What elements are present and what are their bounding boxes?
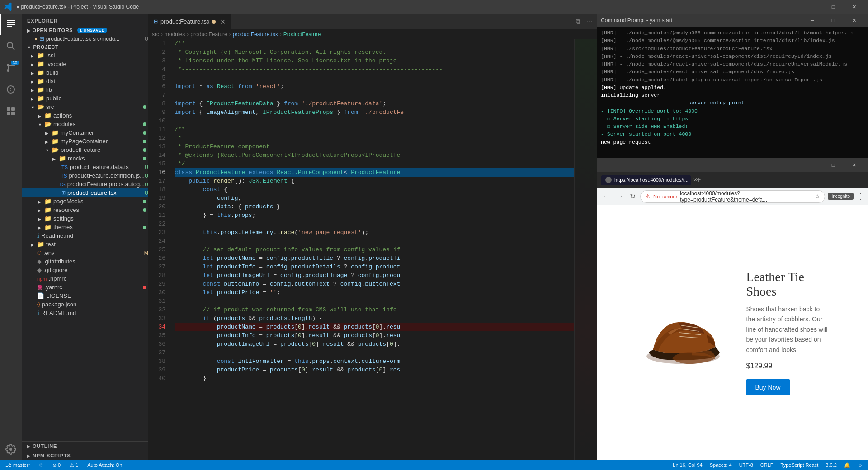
npm-scripts-header[interactable]: NPM SCRIPTS [22,451,148,460]
encoding-status[interactable]: UTF-8 [737,462,755,468]
file-gitattributes[interactable]: ◆ .gitattributes [22,257,148,266]
errors-status[interactable]: ⊗ 0 [51,462,62,468]
folder-mycontainer[interactable]: 📁 myContainer [22,128,148,137]
bell-status[interactable]: 🔔 [842,462,852,468]
folder-resources[interactable]: 📁 resources [22,206,148,214]
terminal-body[interactable]: [HMR] - ./node_modules/@msdyn365-commerc… [597,27,868,158]
file-props-badge: U [145,182,148,187]
maximize-button[interactable]: □ [823,0,844,14]
cursor-position-status[interactable]: Ln 16, Col 94 [671,462,704,468]
activity-search[interactable] [0,35,22,57]
browser-new-tab-button[interactable]: + [693,174,704,186]
file-yarnrc[interactable]: 🧶 .yarnrc [22,283,148,291]
folder-test[interactable]: 📁 test [22,240,148,249]
folder-lib[interactable]: 📁 lib [22,85,148,94]
browser-refresh-button[interactable]: ↻ [628,191,637,202]
folder-mypagecontainer[interactable]: 📁 myPageContainer [22,137,148,146]
breadcrumb-file[interactable]: productFeature.tsx [233,31,278,38]
folder-vscode[interactable]: 📁 .vscode [22,60,148,68]
browser-forward-button[interactable]: → [614,192,625,202]
file-productfeature-props[interactable]: TS productFeature.props.autog... U [22,180,148,188]
breadcrumb-productfeature-folder[interactable]: productFeature [190,31,227,38]
browser-menu-button[interactable]: ⋮ [856,192,864,202]
code-content[interactable]: /** * Copyright (c) Microsoft Corporatio… [171,39,574,460]
folder-build[interactable]: 📁 build [22,68,148,77]
browser-close-button[interactable]: ✕ [844,158,864,172]
folder-actions[interactable]: 📁 actions [22,111,148,120]
file-gitignore[interactable]: ◆ .gitignore [22,266,148,274]
editor-tab[interactable]: ⊞ productFeature.tsx ✕ [148,14,231,29]
file-readme-md[interactable]: ℹ Readme.md [22,231,148,240]
file-package-json[interactable]: {} package.json [22,300,148,309]
eol-status[interactable]: CRLF [759,462,775,468]
file-productfeature-definition[interactable]: TS productFeature.definition.js... U [22,171,148,180]
folder-src[interactable]: 📂 src [22,103,148,111]
bookmark-star-icon[interactable]: ☆ [815,193,820,200]
ts-version-status[interactable]: 3.6.2 [824,462,838,468]
tab-bar: ⊞ productFeature.tsx ✕ ⧉ ··· [148,14,597,29]
activity-explorer[interactable] [0,14,22,35]
auto-attach-status[interactable]: Auto Attach: On [85,462,124,468]
folder-settings[interactable]: 📁 settings [22,214,148,223]
folder-ssl[interactable]: 📁 .ssl [22,51,148,60]
spaces-status[interactable]: Spaces: 4 [708,462,734,468]
browser-tab-active[interactable]: https://localhost:4000/modules/t... ✕ [601,175,691,185]
folder-public[interactable]: 📁 public [22,94,148,103]
language-status[interactable]: TypeScript React [779,462,821,468]
folder-actions-icon: 📁 [44,112,52,119]
close-button[interactable]: ✕ [844,0,864,14]
file-package-json-label: package.json [42,301,77,308]
folder-modules[interactable]: 📂 modules [22,120,148,128]
activity-source-control[interactable]: 30 [0,57,22,79]
feedback-status[interactable]: ☺ [856,462,864,468]
src-modified-indicator [143,105,146,109]
sync-status[interactable]: ⟳ [38,462,45,468]
open-editor-file[interactable]: ● ⊞ productFeature.tsx src/modu... U [22,34,148,43]
terminal-minimize-button[interactable]: ─ [802,14,823,27]
file-license[interactable]: 📄 LICENSE [22,291,148,300]
address-bar-input[interactable]: ⚠ Not secure localhost:4000/modules?type… [640,190,825,203]
folder-productfeature[interactable]: 📂 productFeature [22,146,148,154]
outline-header[interactable]: OUTLINE [22,441,148,451]
code-line-28: let productImageUrl = config.productImag… [175,271,574,280]
breadcrumb-symbol[interactable]: ProductFeature [283,31,321,38]
file-readme-label: Readme.md [41,232,73,239]
buy-now-button[interactable]: Buy Now [746,379,790,395]
code-line-16: class ProductFeature extends React.PureC… [175,168,574,177]
minimize-button[interactable]: ─ [802,0,823,14]
terminal-line-1: [HMR] - ./node_modules/@msdyn365-commerc… [601,29,864,37]
browser-maximize-button[interactable]: □ [823,158,844,172]
file-productfeature-tsx[interactable]: ⊞ productFeature.tsx U [22,188,148,197]
folder-pagemocks[interactable]: 📁 pageMocks [22,197,148,206]
warnings-status[interactable]: ⚠ 1 [68,462,80,468]
project-header[interactable]: PROJECT [22,43,148,51]
browser-back-button[interactable]: ← [601,192,612,202]
file-readme-md2-label: README.md [41,310,76,316]
open-editors-header[interactable]: OPEN EDITORS 1 UNSAVED [22,26,148,34]
activity-extensions[interactable] [0,100,22,122]
folder-mocks[interactable]: 📁 mocks [22,154,148,163]
file-productfeature-data[interactable]: TS productFeature.data.ts U [22,163,148,171]
browser-minimize-button[interactable]: ─ [802,158,823,172]
activity-debug[interactable] [0,79,22,100]
terminal-maximize-button[interactable]: □ [823,14,844,27]
code-line-3: * Licensed under the MIT License. See Li… [175,56,574,65]
folder-themes[interactable]: 📁 themes [22,223,148,231]
file-env[interactable]: ⬡ .env M [22,249,148,257]
git-branch-status[interactable]: ⎇ master* [4,462,32,468]
open-editors-badge: 1 UNSAVED [77,28,107,33]
more-actions-button[interactable]: ··· [585,17,594,26]
terminal-line-3: [HMR] - ./src/modules/productFeature/pro… [601,45,864,52]
activity-settings[interactable] [0,438,22,460]
code-line-25: // set default product info values from … [175,245,574,254]
file-npmrc[interactable]: npm .npmrc [22,274,148,283]
tab-close-button[interactable]: ✕ [220,18,226,25]
folder-dist[interactable]: 📁 dist [22,77,148,85]
terminal-line-5: [HMR] - ./node_modules/react-universal-c… [601,60,864,68]
terminal-close-button[interactable]: ✕ [844,14,864,27]
split-editor-button[interactable]: ⧉ [574,17,582,26]
npm-file-icon: npm [37,276,47,282]
breadcrumb-modules[interactable]: modules [165,31,185,38]
file-readme-md2[interactable]: ℹ README.md [22,309,148,317]
breadcrumb-src[interactable]: src [152,31,159,38]
